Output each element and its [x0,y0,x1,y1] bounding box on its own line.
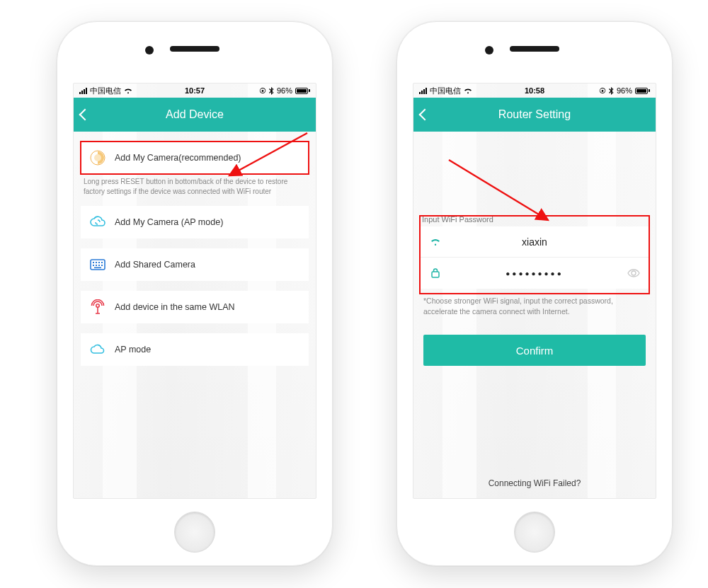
screen-add-device: 中国电信 10:57 ⦿ 96% Add Devi [73,83,316,499]
clock-label: 10:57 [74,86,316,95]
svg-rect-4 [96,262,97,263]
phone-frame-left: 中国电信 10:57 ⦿ 96% Add Devi [57,21,333,566]
svg-point-12 [96,304,99,307]
cloud-sync-icon [89,214,106,231]
front-camera-dot [485,46,493,54]
row-label: Add device in the same WLAN [115,302,235,312]
wifi-icon [429,238,442,246]
page-title: Router Setting [498,108,571,121]
confirm-button[interactable]: Confirm [423,335,646,366]
phone-frame-right: 中国电信 10:58 ⦿ 96% Router S [396,21,673,566]
confirm-label: Confirm [516,345,554,357]
password-value: ●●●●●●●●● [452,270,617,277]
add-my-camera-recommended[interactable]: Add My Camera(recommended) [81,142,309,174]
svg-rect-3 [93,262,94,263]
add-my-camera-ap-mode[interactable]: Add My Camera (AP mode) [81,206,309,238]
phone-speaker [57,46,332,52]
wifi-note: *Choose stronger WiFi signal, input the … [413,289,656,316]
row-label: AP mode [115,345,151,354]
keyboard-icon [89,256,106,273]
ssid-value: xiaxin [452,236,617,248]
svg-rect-10 [101,265,103,266]
row-label: Add My Camera(recommended) [115,153,241,163]
svg-rect-11 [94,267,101,269]
svg-rect-7 [93,265,94,266]
section-label: Input WiFi Password [413,209,656,226]
add-device-same-wlan[interactable]: Add device in the same WLAN [81,291,309,323]
nav-header: Router Setting [413,98,656,132]
clock-label: 10:58 [413,86,656,95]
svg-rect-8 [96,265,97,266]
lock-icon [429,267,442,279]
row-label: Add Shared Camera [115,260,195,270]
chevron-left-icon [419,109,431,121]
svg-rect-6 [101,262,103,263]
ap-mode[interactable]: AP mode [81,333,309,366]
connecting-failed-link[interactable]: Connecting WiFi Failed? [413,478,656,488]
back-button[interactable] [81,98,89,132]
home-button[interactable] [174,512,215,553]
status-bar: 中国电信 10:58 ⦿ 96% [413,83,656,98]
cloud-link-icon [89,341,106,358]
front-camera-dot [145,46,154,54]
phone-speaker [397,46,672,52]
page-title: Add Device [166,108,224,121]
add-shared-camera[interactable]: Add Shared Camera [81,248,309,281]
camera-lens-icon [89,149,106,166]
svg-rect-9 [98,265,100,266]
svg-rect-5 [98,262,100,263]
ssid-field[interactable]: xiaxin [421,226,649,258]
battery-icon [635,88,650,94]
screen-router-setting: 中国电信 10:58 ⦿ 96% Router S [413,83,656,499]
home-button[interactable] [514,512,555,553]
status-bar: 中国电信 10:57 ⦿ 96% [74,83,316,98]
nav-header: Add Device [74,98,316,132]
wifi-credentials-box: xiaxin ●●●●●●●●● [421,226,649,289]
battery-icon [295,88,310,94]
eye-icon[interactable] [627,269,640,277]
row-label: Add My Camera (AP mode) [115,217,223,227]
password-field[interactable]: ●●●●●●●●● [421,258,649,289]
chevron-left-icon [79,109,91,121]
svg-point-1 [94,154,101,161]
svg-rect-14 [432,272,439,277]
reset-hint: Long press RESET button in bottom/back o… [74,174,316,196]
back-button[interactable] [421,98,429,132]
antenna-icon [89,299,106,316]
